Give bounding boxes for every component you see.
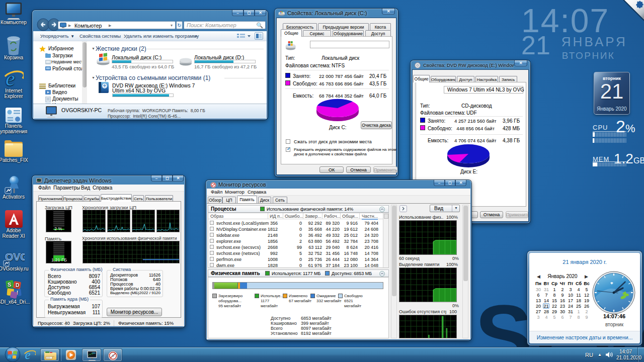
svg-text:D: D: [16, 283, 19, 288]
svg-text:S: S: [8, 282, 11, 288]
svg-text:OVG: OVG: [5, 251, 25, 262]
